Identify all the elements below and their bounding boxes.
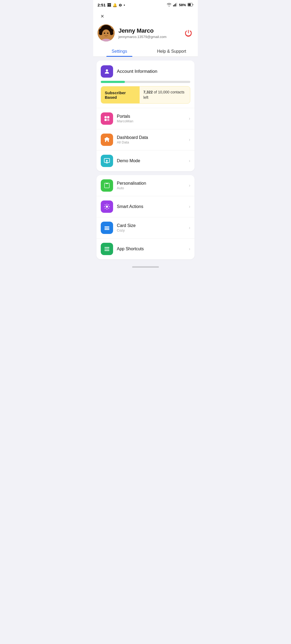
smartactions-text: Smart Actions xyxy=(117,204,185,209)
svg-point-26 xyxy=(106,206,108,208)
svg-rect-0 xyxy=(173,5,174,6)
portals-icon xyxy=(101,112,113,125)
handle-bar xyxy=(132,266,159,268)
demo-text: Demo Mode xyxy=(117,158,185,163)
status-bar: 2:51 🖼 🔔 ⊖ ● 58% xyxy=(93,0,198,8)
appshortcuts-chevron: › xyxy=(189,247,190,251)
menu-item-personalisation[interactable]: Personalisation Auto › xyxy=(96,175,195,196)
menu-item-smartactions[interactable]: Smart Actions › xyxy=(96,196,195,217)
dnd-icon: ⊖ xyxy=(119,3,122,7)
tab-settings[interactable]: Settings xyxy=(93,46,146,56)
account-icon xyxy=(101,65,113,78)
power-button[interactable] xyxy=(183,28,193,38)
menu-item-demo[interactable]: Demo Mode › xyxy=(96,150,195,171)
svg-marker-24 xyxy=(106,160,108,162)
svg-rect-28 xyxy=(105,228,109,229)
progress-track xyxy=(101,81,190,83)
demo-icon xyxy=(101,155,113,167)
photo-icon: 🖼 xyxy=(107,3,111,7)
account-card: Account Information Subscriber Based 7,3… xyxy=(96,60,195,171)
profile-row: Jenny Marco jennymarco.13579@gmail.com xyxy=(98,24,193,46)
svg-rect-1 xyxy=(174,4,175,6)
status-right: 58% xyxy=(167,3,193,7)
wifi-icon xyxy=(167,3,171,7)
progress-wrap xyxy=(96,81,195,86)
subscriber-row: Subscriber Based 7,322 of 10,000 contact… xyxy=(101,86,190,104)
profile-name: Jenny Marco xyxy=(118,27,166,34)
signal-icon xyxy=(173,3,177,7)
subscriber-info: 7,322 of 10,000 contacts left xyxy=(140,86,190,103)
appshortcuts-title: App Shortcuts xyxy=(117,247,185,251)
svg-point-15 xyxy=(107,33,109,34)
cardsize-title: Card Size xyxy=(117,223,185,228)
svg-rect-21 xyxy=(105,119,107,121)
menu-item-portals[interactable]: Portals MarcoMan › xyxy=(96,108,195,129)
portals-title: Portals xyxy=(117,114,185,119)
status-left: 2:51 🖼 🔔 ⊖ ● xyxy=(98,3,125,7)
svg-point-14 xyxy=(104,33,105,34)
appshortcuts-icon xyxy=(101,243,113,255)
header: × xyxy=(93,8,198,46)
personalisation-icon xyxy=(101,179,113,192)
cardsize-icon xyxy=(101,222,113,234)
account-title: Account Information xyxy=(117,69,157,74)
cardsize-subtitle: Cozy xyxy=(117,228,185,232)
svg-rect-20 xyxy=(107,116,109,118)
appshortcuts-text: App Shortcuts xyxy=(117,247,185,251)
battery-icon xyxy=(188,3,193,7)
dashboard-chevron: › xyxy=(189,137,190,142)
personalisation-subtitle: Auto xyxy=(117,186,185,190)
personalisation-card: Personalisation Auto › Smart Actions › xyxy=(96,175,195,259)
personalisation-text: Personalisation Auto xyxy=(117,181,185,190)
dot-icon: ● xyxy=(124,3,125,6)
smartactions-chevron: › xyxy=(189,204,190,209)
personalisation-chevron: › xyxy=(189,183,190,188)
status-time: 2:51 xyxy=(98,3,106,7)
svg-point-11 xyxy=(110,31,113,35)
menu-item-cardsize[interactable]: Card Size Cozy › xyxy=(96,217,195,238)
cardsize-chevron: › xyxy=(189,225,190,230)
notification-icon: 🔔 xyxy=(113,3,117,7)
svg-rect-5 xyxy=(188,3,191,6)
portals-text: Portals MarcoMan xyxy=(117,114,185,123)
battery-status: 58% xyxy=(179,3,186,7)
svg-rect-2 xyxy=(175,3,176,6)
svg-rect-25 xyxy=(106,163,108,163)
svg-rect-33 xyxy=(107,247,109,248)
tab-help[interactable]: Help & Support xyxy=(146,46,198,56)
smartactions-icon xyxy=(101,200,113,213)
personalisation-title: Personalisation xyxy=(117,181,185,186)
svg-rect-29 xyxy=(105,229,109,230)
close-button[interactable]: × xyxy=(98,12,107,21)
profile-email: jennymarco.13579@gmail.com xyxy=(118,35,166,39)
svg-rect-31 xyxy=(105,249,109,249)
svg-rect-3 xyxy=(176,3,177,6)
progress-fill xyxy=(101,81,125,83)
svg-rect-32 xyxy=(105,250,109,251)
account-header: Account Information xyxy=(96,60,195,81)
avatar xyxy=(98,24,115,41)
svg-rect-22 xyxy=(107,119,109,121)
dashboard-icon xyxy=(101,134,113,146)
demo-chevron: › xyxy=(189,158,190,163)
svg-point-18 xyxy=(106,69,108,71)
subscriber-detail: 7,322 of 10,000 contacts left xyxy=(143,90,186,100)
menu-item-appshortcuts[interactable]: App Shortcuts › xyxy=(96,238,195,259)
demo-title: Demo Mode xyxy=(117,158,185,163)
svg-rect-27 xyxy=(105,226,109,227)
smartactions-title: Smart Actions xyxy=(117,204,185,209)
portals-subtitle: MarcoMan xyxy=(117,119,185,123)
menu-item-dashboard[interactable]: Dashboard Data All Data › xyxy=(96,129,195,150)
subscriber-badge-text: Subscriber Based xyxy=(105,90,136,100)
tabs-bar: Settings Help & Support xyxy=(93,46,198,57)
profile-text: Jenny Marco jennymarco.13579@gmail.com xyxy=(118,27,166,39)
portals-chevron: › xyxy=(189,116,190,121)
bottom-handle xyxy=(93,263,198,269)
svg-rect-19 xyxy=(105,116,107,118)
dashboard-subtitle: All Data xyxy=(117,140,185,144)
subscriber-badge: Subscriber Based xyxy=(101,86,140,103)
dashboard-text: Dashboard Data All Data xyxy=(117,135,185,144)
profile-info: Jenny Marco jennymarco.13579@gmail.com xyxy=(98,24,166,41)
svg-point-10 xyxy=(99,31,103,35)
svg-point-13 xyxy=(102,29,110,39)
